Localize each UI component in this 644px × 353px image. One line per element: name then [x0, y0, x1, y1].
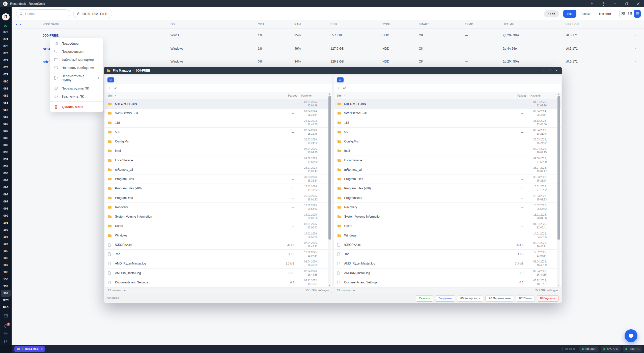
file-row[interactable]: LocalStorage—09.08.2023,11:58:00 — [334, 156, 561, 165]
menu-item-details[interactable]: Подробнее — [50, 39, 103, 47]
bell-icon[interactable]: 5 — [4, 322, 8, 330]
sidebar-group-108[interactable]: 108 — [1, 269, 11, 276]
hostname-link[interactable]: NRB — [43, 47, 50, 51]
table-row[interactable]: 000-FREEWin111%25%55.1 GBHDDOK—2д 20ч 38… — [12, 28, 644, 42]
sidebar-group-076[interactable]: 076 — [1, 50, 11, 57]
file-row[interactable]: Config.Msi—30.03.2026,15:24:22 — [105, 137, 332, 146]
table-row[interactable]: nrb-7Windows0%34%129.8 GBHDDOK—5д 20ч 50… — [12, 55, 644, 68]
menu-item-message[interactable]: Написать сообщение — [50, 64, 103, 72]
sidebar-group-550[interactable]: 550 — [1, 276, 11, 283]
menu-item-move-to-group[interactable]: Переместить в группу› — [50, 74, 103, 82]
sidebar-group-093[interactable]: 093 — [1, 170, 11, 177]
menu-item-connect[interactable]: Подключиться — [50, 47, 103, 55]
column-size[interactable]: Размер — [271, 94, 297, 97]
sidebar-group-092[interactable]: 092 — [1, 163, 11, 170]
sidebar-group-091[interactable]: 091 — [1, 156, 11, 163]
scrollbar[interactable]: ▲ ▼ — [557, 92, 560, 287]
drive-tab-c[interactable]: C: — [107, 77, 114, 82]
row-close-icon[interactable]: × — [628, 47, 644, 50]
file-row[interactable]: System Volume Information—15.01.2025,20:… — [334, 212, 561, 221]
header-version[interactable]: VERSION — [566, 23, 628, 26]
restore-icon[interactable] — [621, 0, 632, 7]
file-row[interactable]: Users—01.04.2025,12:00:41 — [334, 221, 561, 231]
sidebar-group-096[interactable]: 096 — [1, 191, 11, 198]
grid-view-icon[interactable] — [620, 10, 627, 18]
sidebar-group-999[interactable]: 999 — [1, 283, 11, 290]
sidebar-group-089[interactable]: 089 — [1, 141, 11, 149]
search-input[interactable] — [25, 12, 63, 16]
file-row[interactable]: AMD_RyzenMaster.log3.3 MB02.04.2026,16:4… — [105, 259, 332, 268]
header-hostname[interactable]: HOSTNAME — [43, 23, 171, 26]
file-row[interactable]: ProgramData—26.03.2026,15:01:23 — [334, 193, 561, 203]
compact-view-icon[interactable] — [627, 10, 634, 18]
search-box[interactable] — [16, 9, 70, 18]
column-modified[interactable]: Изменён — [297, 94, 332, 97]
file-row[interactable]: AMDRM_Install.log5 KB02.04.2026,16:44:55 — [334, 269, 561, 278]
sidebar-group-098[interactable]: 098 — [1, 205, 11, 212]
file-row[interactable]: Program Files (x86)—13.01.2026,11:10:22 — [105, 184, 332, 193]
up-directory-icon[interactable]: ↑ — [338, 86, 340, 90]
file-row[interactable]: Windows—14.01.2026,04:53:05 — [334, 231, 561, 240]
sidebar-group-105[interactable]: 105 — [1, 247, 11, 254]
fm-minimize-icon[interactable]: – — [540, 67, 547, 74]
file-row[interactable]: LocalStorage—09.08.2023,11:58:00 — [105, 156, 332, 165]
sidebar-group-РАЗ[interactable]: РАЗ — [1, 304, 11, 311]
mail-icon[interactable] — [4, 312, 8, 319]
sidebar-group-090[interactable]: 090 — [1, 149, 11, 156]
file-row[interactable]: Documents and Settings0 B05.12.2022,18:1… — [334, 278, 561, 287]
column-name[interactable]: Имя▲ — [337, 94, 500, 97]
sidebar-group-087[interactable]: 087 — [1, 127, 11, 134]
row-close-icon[interactable]: × — [628, 34, 644, 37]
header-type[interactable]: TYPE — [382, 23, 419, 26]
fm-path-bar[interactable]: ↑ C: — [334, 84, 561, 92]
fm-maximize-icon[interactable]: ▢ — [547, 67, 553, 74]
file-row[interactable]: Program Files—30.03.2026,15:23:24 — [334, 174, 561, 184]
file-row[interactable]: Program Files—30.03.2026,15:23:24 — [105, 174, 332, 184]
settings-gear-icon[interactable] — [4, 330, 8, 337]
header-ram[interactable]: RAM — [294, 23, 330, 26]
scroll-up-icon[interactable]: ▲ — [328, 92, 331, 96]
file-row[interactable]: $WINDOWS.~BT—09.04.2024,08:34:54 — [105, 109, 332, 118]
close-icon[interactable] — [632, 0, 644, 7]
fm-path-bar[interactable]: ↑ C: — [105, 84, 332, 92]
file-row[interactable]: .rnd1 KB17.02.2025,13:07:54 — [334, 250, 561, 259]
sidebar-group-104[interactable]: 104 — [1, 240, 11, 247]
table-row[interactable]: NRBWindows1%49%127.9 GBHDDOK—9д 4ч 24мv0… — [12, 42, 644, 55]
fm-close-icon[interactable]: ✕ — [553, 67, 560, 74]
filter-В сети[interactable]: В сети — [576, 10, 594, 18]
sidebar-group-099[interactable]: 099 — [1, 212, 11, 219]
fm-button-f5-копировать[interactable]: F5 Копировать — [457, 295, 484, 302]
sidebar-group-081[interactable]: 081 — [1, 85, 11, 92]
recent-item-000-020[interactable]: 000-020 — [579, 346, 599, 352]
recent-item-nrb-7-86[interactable]: nrb-7-86 — [601, 346, 620, 352]
header-smart[interactable]: SMART — [419, 23, 465, 26]
file-row[interactable]: 118—21.12.2023,12:45:50 — [105, 118, 332, 128]
download-icon[interactable] — [586, 0, 598, 7]
filter-Все[interactable]: Все — [563, 10, 577, 18]
column-name[interactable]: Имя▲ — [108, 94, 271, 97]
kebab-menu-icon[interactable] — [598, 0, 609, 7]
up-directory-icon[interactable]: ↑ — [108, 86, 110, 90]
file-row[interactable]: mRemote_all—28.07.2023,15:02:47 — [105, 165, 332, 174]
menu-item-file-manager[interactable]: Файловый менеджер — [50, 55, 103, 64]
sidebar-group-078[interactable]: 078 — [1, 64, 11, 71]
taskbar-expand-chevron-icon[interactable]: › — [0, 345, 12, 353]
sort-indicator[interactable]: ▲ — [12, 23, 43, 25]
file-row[interactable]: 555—02.04.2026,18:21:46 — [105, 128, 332, 137]
file-row[interactable]: .rnd1 KB17.02.2025,13:07:54 — [105, 250, 332, 259]
sidebar-group-103[interactable]: 103 — [1, 233, 11, 240]
file-row[interactable]: System Volume Information—15.01.2025,20:… — [105, 212, 332, 221]
row-close-icon[interactable]: × — [628, 60, 644, 63]
file-row[interactable]: Program Files (x86)—13.01.2026,11:10:22 — [334, 184, 561, 193]
sidebar-group-102[interactable]: 102 — [1, 226, 11, 233]
chat-fab-button[interactable] — [625, 329, 637, 342]
sidebar-group-106[interactable]: 106 — [1, 254, 11, 261]
fm-button-f6-переместить[interactable]: F6 Переместить — [485, 295, 514, 302]
file-row[interactable]: 118—21.12.2023,12:45:50 — [334, 118, 561, 128]
file-row[interactable]: $RECYCLE.BIN—01.04.2025,12:01:16 — [105, 99, 332, 109]
sidebar-group-094[interactable]: 094 — [1, 177, 11, 184]
file-row[interactable]: Users—01.04.2025,12:00:41 — [105, 221, 332, 231]
sidebar-group-079[interactable]: 079 — [1, 71, 11, 78]
sidebar-group-082[interactable]: 082 — [1, 92, 11, 99]
file-row[interactable]: $WINDOWS.~BT—09.04.2024,08:34:54 — [334, 109, 561, 118]
